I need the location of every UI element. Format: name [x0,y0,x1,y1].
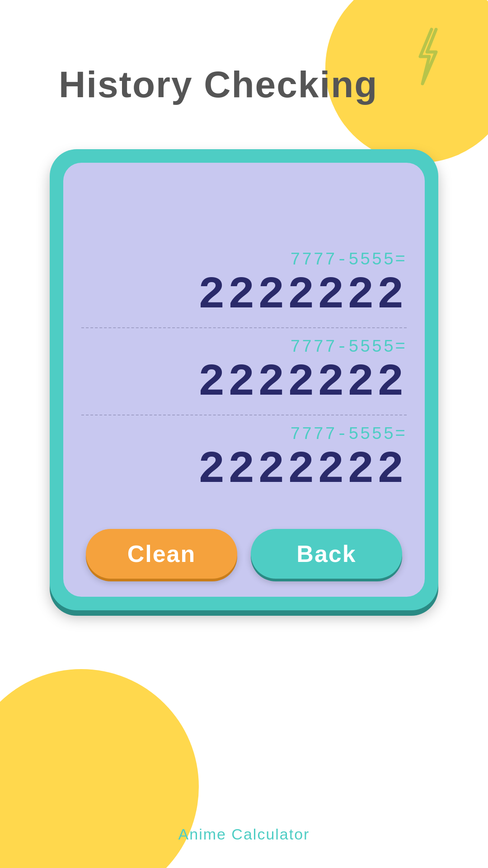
footer-label: Anime Calculator [0,826,488,843]
history-entry-1: 7777-5555= 2222222 [81,241,407,327]
history-expression-2: 7777-5555= [290,337,407,357]
calculator-frame: 7777-5555= 2222222 7777-5555= 2222222 77… [50,149,438,610]
history-result-1: 2222222 [198,273,407,318]
clean-button[interactable]: Clean [86,529,237,579]
history-expression-3: 7777-5555= [290,425,407,444]
lightning-icon [411,27,443,86]
history-expression-1: 7777-5555= [290,250,407,269]
history-result-2: 2222222 [198,360,407,406]
history-display: 7777-5555= 2222222 7777-5555= 2222222 77… [63,163,425,515]
calculator-body: 7777-5555= 2222222 7777-5555= 2222222 77… [63,163,425,597]
buttons-area: Clean Back [63,515,425,597]
back-button[interactable]: Back [251,529,402,579]
history-entry-3: 7777-5555= 2222222 [81,415,407,502]
page-title: History Checking [59,63,378,106]
history-result-3: 2222222 [198,448,407,493]
history-entry-2: 7777-5555= 2222222 [81,327,407,415]
